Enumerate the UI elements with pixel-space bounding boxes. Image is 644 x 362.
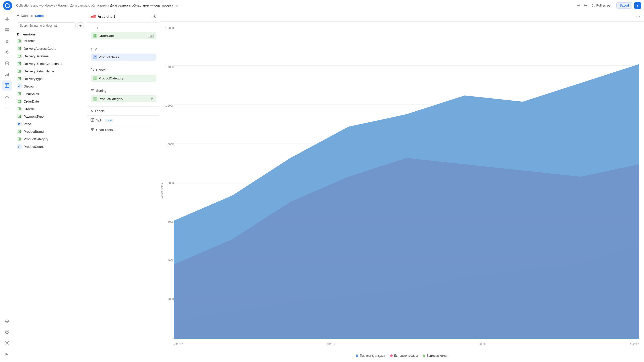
field-item[interactable]: DeliveryAddressCoord: [14, 45, 87, 52]
colors-field-row: ProductCategory: [87, 75, 160, 86]
sorting-field-row: ProductCategory: [87, 95, 160, 106]
saved-button[interactable]: Saved: [616, 2, 632, 9]
colors-field-chip[interactable]: ProductCategory: [91, 75, 156, 82]
x-field-chip[interactable]: OrderDate f(x): [91, 32, 156, 39]
star-icon[interactable]: ☆: [176, 4, 179, 7]
field-name: ProductCategory: [24, 137, 48, 141]
fullscreen-icon: ⛶: [592, 4, 595, 7]
field-item[interactable]: DeliveryDatetime: [14, 52, 87, 60]
field-item[interactable]: # Discount: [14, 82, 87, 90]
svg-rect-4: [5, 28, 9, 29]
svg-rect-3: [7, 19, 9, 21]
field-type-icon: [17, 39, 22, 43]
dropdown-button[interactable]: ▾: [634, 2, 641, 9]
search-input[interactable]: [17, 22, 76, 29]
field-type-icon: [17, 107, 22, 111]
svg-point-8: [6, 63, 7, 64]
chart-settings-icon[interactable]: [152, 14, 156, 19]
legend-item-green: Бытовая химия: [423, 354, 448, 357]
field-item[interactable]: # Price: [14, 120, 87, 128]
field-type-icon: #: [17, 144, 22, 149]
field-name: DeliveryDistrictCoordinates: [24, 62, 63, 66]
field-item[interactable]: ClientID: [14, 37, 87, 45]
legend-label-green: Бытовая химия: [427, 354, 448, 357]
sidebar-item-play[interactable]: ▶: [2, 349, 12, 359]
y-label-1200: 1 200K: [165, 104, 174, 107]
chart-legend: Техника для дома Бытовые товары Бытовая …: [160, 352, 644, 359]
sidebar-item-table[interactable]: [2, 80, 12, 90]
x-axis-section: → X OrderDate f(x): [87, 23, 160, 44]
field-name: OrderDate: [24, 100, 39, 103]
sidebar-item-list[interactable]: [2, 25, 12, 35]
y-field-name: Product Sales: [99, 55, 119, 59]
chart-container: 1 600K 1 400K 1 200K 1 000K 800K 600K 40…: [160, 22, 644, 362]
field-type-icon: #: [17, 84, 22, 88]
colors-field-name: ProductCategory: [99, 76, 123, 80]
y-label-1600: 1 600K: [165, 27, 174, 30]
chart-filters-section-header[interactable]: Chart filters: [87, 125, 160, 134]
field-item[interactable]: # ProductCount: [14, 143, 87, 150]
sidebar-item-bolt[interactable]: [2, 47, 12, 57]
chart-panel-header: Area chart: [87, 11, 160, 22]
undo-button[interactable]: ↩: [576, 2, 581, 9]
sidebar-item-person[interactable]: [2, 92, 12, 102]
y-arrow-icon: ↑: [91, 47, 93, 52]
field-item[interactable]: ProductCategory: [14, 135, 87, 143]
redo-button[interactable]: ↪: [583, 2, 588, 9]
dataset-name: Sales: [35, 14, 44, 18]
sorting-field-chip[interactable]: ProductCategory: [91, 95, 156, 102]
breadcrumb-item-2[interactable]: Чарты: [58, 4, 67, 7]
legend-label-blue: Техника для дома: [360, 354, 385, 357]
breadcrumb-item-1[interactable]: Collections and workbooks: [16, 4, 55, 7]
add-field-button[interactable]: +: [77, 22, 84, 29]
labels-icon: A: [91, 109, 93, 113]
breadcrumb-item-3[interactable]: Диаграмма с областями: [70, 4, 107, 7]
svg-rect-79: [94, 98, 96, 100]
field-item[interactable]: FinalSales: [14, 90, 87, 98]
x-field-fx-icon[interactable]: f(x): [148, 34, 154, 38]
more-icon[interactable]: ···: [181, 4, 183, 7]
sorting-field-type-icon: [93, 97, 97, 101]
sorting-label: Sorting: [96, 89, 106, 93]
y-axis-labels: 1 600K 1 400K 1 200K 1 000K 800K 600K 40…: [163, 27, 174, 339]
collapse-button[interactable]: ▾: [17, 14, 19, 18]
svg-point-72: [154, 16, 155, 17]
sidebar-item-link[interactable]: [2, 58, 12, 68]
sidebar-item-bell[interactable]: [2, 316, 12, 326]
y-field-chip[interactable]: # Product Sales: [91, 54, 156, 61]
field-item[interactable]: OrderDate: [14, 98, 87, 105]
sidebar-item-more[interactable]: ···: [2, 103, 12, 113]
y-label-600: 600K: [168, 220, 174, 223]
sidebar-item-star[interactable]: [2, 36, 12, 46]
breadcrumb-current: Диаграмма с областями — сортировка: [110, 4, 173, 7]
field-type-icon: [17, 69, 22, 73]
field-type-icon: [17, 76, 22, 81]
x-arrow-icon: →: [91, 26, 95, 30]
sidebar-item-chart[interactable]: [2, 69, 12, 79]
sorting-icon: [91, 88, 94, 93]
field-item[interactable]: DeliveryDistrictCoordinates: [14, 60, 87, 67]
chart-more-button[interactable]: ···: [636, 14, 640, 19]
field-name: Price: [24, 122, 31, 126]
field-item[interactable]: ProductBrand: [14, 128, 87, 135]
svg-rect-12: [7, 74, 8, 76]
sidebar-item-help[interactable]: [2, 327, 12, 337]
topbar-actions: ↩ ↪ ⛶ Full screen Saved ▾: [576, 2, 641, 9]
field-item[interactable]: PaymentType: [14, 113, 87, 120]
field-name: DeliveryType: [24, 77, 43, 81]
x-label-jul: Jul '17: [479, 342, 487, 345]
dimensions-title: Dimensions: [14, 31, 87, 37]
field-item[interactable]: DeliveryType: [14, 75, 87, 82]
legend-dot-blue: [356, 354, 358, 357]
labels-label: Labels: [95, 109, 104, 113]
area-chart-svg: [174, 27, 639, 339]
fields-search-row: +: [14, 20, 87, 31]
sort-direction-icon[interactable]: [151, 97, 154, 101]
fullscreen-button[interactable]: ⛶ Full screen: [590, 3, 615, 8]
field-type-icon: [17, 137, 22, 141]
field-item[interactable]: DeliveryDistrictName: [14, 67, 87, 75]
split-section-header: Split beta: [87, 116, 160, 125]
field-item[interactable]: OrderID: [14, 105, 87, 113]
sidebar-item-settings[interactable]: [2, 338, 12, 348]
sidebar-item-grid[interactable]: [2, 14, 12, 24]
